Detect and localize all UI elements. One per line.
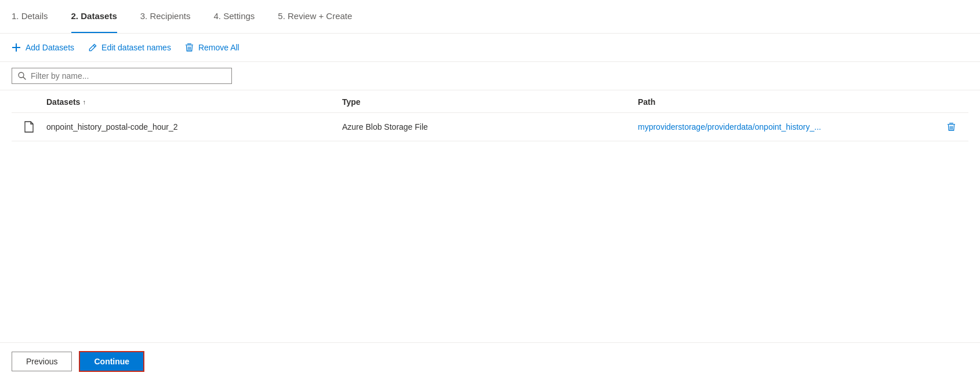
search-input[interactable] — [31, 71, 226, 81]
edit-dataset-names-button[interactable]: Edit dataset names — [88, 41, 171, 54]
svg-rect-8 — [949, 123, 953, 123]
tab-datasets[interactable]: 2. Datasets — [71, 0, 117, 33]
continue-button[interactable]: Continue — [79, 351, 144, 372]
tab-review-create[interactable]: 5. Review + Create — [278, 0, 352, 33]
search-box — [12, 68, 232, 84]
wizard-tabs: 1. Details 2. Datasets 3. Recipients 4. … — [0, 0, 980, 34]
col-icon — [12, 97, 46, 107]
svg-rect-7 — [948, 124, 955, 125]
pencil-icon — [88, 43, 97, 52]
table-header: Datasets ↑ Type Path — [12, 90, 968, 113]
col-type: Type — [342, 97, 638, 107]
add-datasets-button[interactable]: Add Datasets — [12, 41, 74, 54]
remove-all-button[interactable]: Remove All — [185, 41, 239, 54]
dataset-name: onpoint_history_postal-code_hour_2 — [46, 122, 342, 131]
table-row: onpoint_history_postal-code_hour_2 Azure… — [12, 113, 968, 141]
table-container: Datasets ↑ Type Path onpoint_history_pos… — [0, 90, 980, 141]
toolbar: Add Datasets Edit dataset names Remove A… — [0, 34, 980, 62]
search-icon — [18, 72, 26, 80]
dataset-path[interactable]: myproviderstorage/providerdata/onpoint_h… — [638, 122, 934, 131]
footer: Previous Continue — [0, 342, 980, 380]
col-datasets[interactable]: Datasets ↑ — [46, 97, 342, 107]
tab-recipients[interactable]: 3. Recipients — [140, 0, 191, 33]
dataset-type: Azure Blob Storage File — [342, 122, 638, 131]
col-actions — [934, 97, 968, 107]
svg-rect-0 — [186, 45, 193, 45]
delete-row-button[interactable] — [934, 122, 968, 131]
col-path: Path — [638, 97, 934, 107]
trash-icon — [185, 43, 194, 52]
previous-button[interactable]: Previous — [12, 352, 72, 371]
plus-icon — [12, 43, 21, 52]
sort-asc-icon: ↑ — [82, 98, 86, 105]
svg-line-6 — [23, 77, 26, 79]
search-container — [0, 62, 980, 90]
file-icon — [12, 121, 46, 133]
tab-details[interactable]: 1. Details — [12, 0, 48, 33]
tab-settings[interactable]: 4. Settings — [213, 0, 255, 33]
svg-rect-1 — [187, 43, 191, 44]
